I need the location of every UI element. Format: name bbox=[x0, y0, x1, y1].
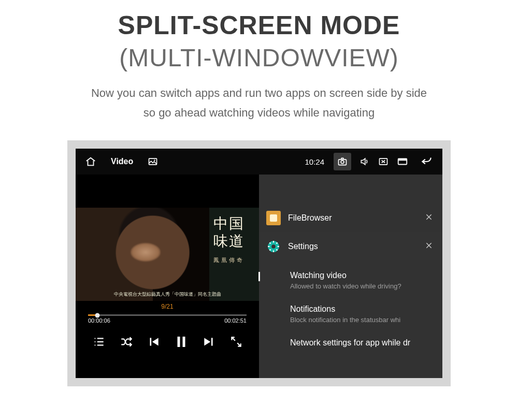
video-cn-line1: 中国 bbox=[213, 215, 244, 231]
close-app-icon[interactable] bbox=[378, 156, 388, 167]
seek-bar-knob[interactable] bbox=[95, 313, 100, 317]
setting-network[interactable]: Network settings for app while dr bbox=[266, 331, 442, 355]
status-bar-right: 10:24 bbox=[305, 153, 433, 170]
recent-app-settings[interactable]: Settings bbox=[259, 232, 442, 260]
track-counter: 9/21 bbox=[161, 303, 173, 310]
home-icon[interactable] bbox=[85, 156, 96, 167]
picture-icon[interactable] bbox=[148, 156, 158, 167]
clock-text: 10:24 bbox=[305, 157, 324, 166]
device-frame: Video 10:24 bbox=[67, 140, 451, 386]
close-settings-button[interactable] bbox=[423, 238, 435, 254]
split-handle[interactable] bbox=[258, 272, 260, 281]
playlist-button[interactable] bbox=[90, 333, 108, 351]
pause-button[interactable] bbox=[172, 333, 190, 351]
video-cn-line2: 味道 bbox=[213, 233, 244, 249]
settings-label: Settings bbox=[288, 242, 318, 251]
status-bar-left: Video bbox=[85, 156, 158, 167]
split-screen-icon[interactable] bbox=[397, 156, 408, 167]
filebrowser-icon bbox=[266, 211, 281, 225]
prev-button[interactable] bbox=[145, 333, 163, 351]
setting-title: Notifications bbox=[290, 305, 439, 314]
video-overlay-text: 中国 味道 鳳凰傳奇 bbox=[213, 215, 244, 269]
svg-point-3 bbox=[341, 161, 344, 164]
svg-rect-12 bbox=[182, 337, 185, 347]
seek-bar[interactable] bbox=[88, 314, 247, 316]
svg-rect-6 bbox=[398, 159, 407, 161]
page-description: Now you can switch apps and run two apps… bbox=[0, 83, 518, 123]
page-subtitle: (MULTI-WINDOWVIEW) bbox=[0, 44, 518, 72]
volume-icon[interactable] bbox=[359, 156, 370, 167]
svg-rect-11 bbox=[177, 337, 180, 347]
time-elapsed: 00:00:06 bbox=[88, 317, 110, 324]
progress-row: 9/21 00:00:06 00:02:51 bbox=[76, 303, 259, 322]
video-caption: 中央電視台大型綜藝真人秀「中国味道」同名主題曲 bbox=[114, 291, 221, 298]
video-area[interactable]: 中国 味道 鳳凰傳奇 中央電視台大型綜藝真人秀「中国味道」同名主題曲 bbox=[76, 208, 259, 301]
settings-body: Watching video Allowed to watch video wh… bbox=[259, 260, 442, 378]
recent-app-filebrowser[interactable]: FileBrowser bbox=[259, 204, 442, 232]
video-pane: 中国 味道 鳳凰傳奇 中央電視台大型綜藝真人秀「中国味道」同名主題曲 9/21 … bbox=[76, 175, 259, 378]
time-total: 00:02:51 bbox=[224, 317, 247, 324]
settings-icon bbox=[266, 239, 281, 254]
setting-desc: Block notification in the statusbar whi bbox=[290, 316, 439, 324]
setting-watching-video[interactable]: Watching video Allowed to watch video wh… bbox=[266, 264, 442, 297]
camera-icon bbox=[337, 156, 348, 167]
page-title: SPLIT-SCREEN MODE bbox=[0, 10, 518, 40]
shuffle-button[interactable] bbox=[118, 333, 135, 351]
filebrowser-label: FileBrowser bbox=[288, 213, 332, 223]
status-bar: Video 10:24 bbox=[76, 149, 442, 175]
video-cn-sub: 鳳凰傳奇 bbox=[213, 251, 244, 269]
setting-title: Network settings for app while dr bbox=[290, 338, 439, 347]
page-desc-line1: Now you can switch apps and run two apps… bbox=[91, 86, 427, 99]
back-icon[interactable] bbox=[420, 155, 433, 168]
setting-notifications[interactable]: Notifications Block notification in the … bbox=[266, 297, 442, 331]
svg-point-7 bbox=[94, 338, 95, 339]
setting-title: Watching video bbox=[290, 271, 439, 280]
svg-point-8 bbox=[94, 341, 95, 342]
svg-point-9 bbox=[94, 344, 95, 345]
device-screen: Video 10:24 bbox=[76, 149, 442, 378]
split-content: 中国 味道 鳳凰傳奇 中央電視台大型綜藝真人秀「中国味道」同名主題曲 9/21 … bbox=[76, 175, 442, 378]
svg-point-15 bbox=[271, 244, 276, 249]
close-filebrowser-button[interactable] bbox=[423, 210, 435, 226]
fullscreen-button[interactable] bbox=[227, 333, 245, 351]
settings-pane: FileBrowser bbox=[259, 175, 442, 378]
controls-row bbox=[76, 333, 259, 360]
current-app-title: Video bbox=[111, 157, 133, 166]
page-desc-line2: so go ahead watching videos while naviga… bbox=[143, 106, 375, 119]
svg-rect-13 bbox=[211, 338, 212, 345]
svg-point-1 bbox=[154, 160, 155, 161]
setting-desc: Allowed to watch video while driving? bbox=[290, 282, 439, 290]
svg-rect-10 bbox=[150, 338, 151, 345]
screenshot-button[interactable] bbox=[334, 153, 351, 170]
next-button[interactable] bbox=[200, 333, 218, 351]
